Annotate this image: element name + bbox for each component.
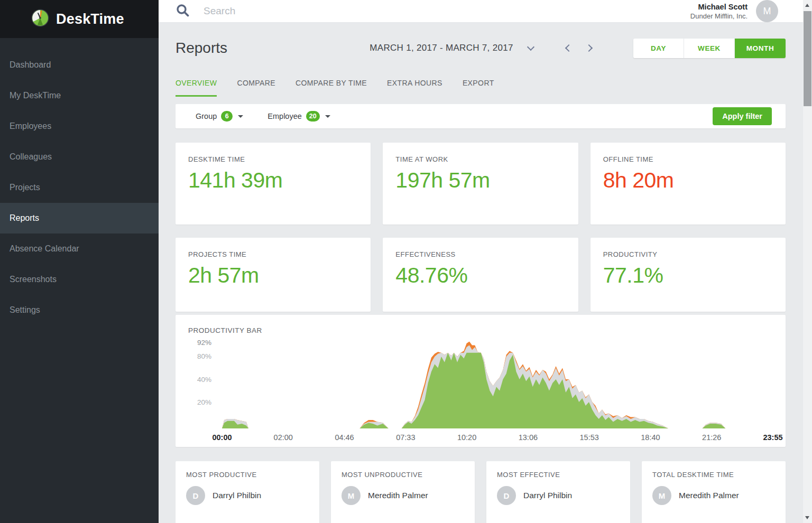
x-axis-tick: 07:33 [396, 433, 415, 442]
search-input[interactable] [204, 5, 415, 17]
stat-card-desktime-time: DESKTIME TIME 141h 39m [176, 143, 371, 225]
sidebar-item-screenshots[interactable]: Screenshots [0, 264, 159, 295]
next-period-arrow-icon[interactable] [585, 44, 593, 52]
stat-label: DESKTIME TIME [188, 155, 358, 163]
x-axis-tick: 15:53 [580, 433, 599, 442]
stat-label: EFFECTIVENESS [395, 250, 565, 258]
productivity-area-chart[interactable]: 92%80%40%20% [222, 339, 773, 428]
desktime-clock-icon [31, 8, 50, 30]
stat-card-offline-time: OFFLINE TIME 8h 20m [590, 143, 786, 225]
y-axis-tick: 20% [197, 398, 211, 406]
highlight-label: TOTAL DESKTIME TIME [652, 471, 775, 479]
date-dropdown-chevron-icon[interactable] [527, 43, 534, 50]
person-name: Meredith Palmer [368, 491, 428, 500]
highlight-person[interactable]: D Darryl Philbin [186, 486, 309, 505]
apply-filter-button[interactable]: Apply filter [713, 107, 772, 125]
person-name: Darryl Philbin [523, 491, 572, 500]
sidebar-item-employees[interactable]: Employees [0, 111, 159, 142]
tab-compare-by-time[interactable]: COMPARE BY TIME [296, 79, 367, 97]
highlight-person[interactable]: M Meredith Palmer [652, 486, 775, 505]
group-caret-icon [238, 115, 243, 118]
day-view-button[interactable]: DAY [633, 39, 684, 58]
x-axis-tick: 02:00 [274, 433, 293, 442]
stat-label: PROJECTS TIME [188, 250, 358, 258]
total-desktime-time-card: TOTAL DESKTIME TIME M Meredith Palmer [642, 461, 786, 523]
desktime-app: DeskTime Dashboard My DeskTime Employees… [0, 0, 812, 523]
tab-compare[interactable]: COMPARE [237, 79, 275, 97]
topbar: Michael Scott Dunder Mifflin, Inc. M [159, 0, 812, 23]
date-range[interactable]: MARCH 1, 2017 - MARCH 7, 2017 [370, 43, 513, 53]
employee-filter-dropdown[interactable]: Employee 20 [267, 111, 330, 122]
filter-bar: Group 6 Employee 20 Apply filter [176, 104, 786, 128]
sidebar-item-settings[interactable]: Settings [0, 295, 159, 325]
week-view-button[interactable]: WEEK [684, 39, 735, 58]
x-axis-tick: 00:00 [212, 433, 232, 442]
x-axis-tick: 21:26 [702, 433, 721, 442]
person-avatar: M [652, 486, 671, 505]
highlight-cards: MOST PRODUCTIVE D Darryl Philbin MOST UN… [176, 461, 786, 523]
stats-row-2: PROJECTS TIME 2h 57m EFFECTIVENESS 48.76… [176, 238, 786, 312]
month-view-button[interactable]: MONTH [735, 39, 786, 58]
stat-value: 48.76% [395, 263, 565, 288]
stat-value: 197h 57m [395, 168, 565, 193]
person-avatar: D [186, 486, 205, 505]
employee-filter-label: Employee [267, 112, 301, 120]
brand-name: DeskTime [56, 11, 124, 27]
vertical-scrollbar[interactable] [803, 0, 812, 523]
stat-card-time-at-work: TIME AT WORK 197h 57m [383, 143, 578, 225]
report-header: Reports MARCH 1, 2017 - MARCH 7, 2017 DA… [176, 36, 786, 60]
x-axis-tick: 23:55 [763, 433, 782, 442]
stat-value: 2h 57m [188, 263, 358, 288]
group-filter-dropdown[interactable]: Group 6 [196, 111, 243, 122]
chart-x-axis: 00:0002:0004:4607:3310:2013:0615:5318:40… [222, 431, 773, 446]
productivity-bar-card: PRODUCTIVITY BAR 92%80%40%20% 00:0002:00… [176, 315, 786, 447]
person-name: Darryl Philbin [213, 491, 261, 500]
user-name: Michael Scott [690, 3, 748, 11]
group-count-badge: 6 [221, 111, 233, 122]
stat-card-projects-time: PROJECTS TIME 2h 57m [176, 238, 371, 312]
tab-export[interactable]: EXPORT [463, 79, 494, 97]
most-unproductive-card: MOST UNPRODUCTIVE M Meredith Palmer [331, 461, 475, 523]
stat-value: 8h 20m [603, 168, 773, 193]
stat-card-productivity: PRODUCTIVITY 77.1% [590, 238, 786, 312]
scrollbar-thumb[interactable] [804, 11, 811, 106]
chart-title: PRODUCTIVITY BAR [188, 326, 773, 334]
most-effective-card: MOST EFFECTIVE D Darryl Philbin [486, 461, 630, 523]
stats-row-1: DESKTIME TIME 141h 39m TIME AT WORK 197h… [176, 143, 786, 225]
period-switcher: DAY WEEK MONTH [633, 39, 786, 58]
prev-period-arrow-icon[interactable] [565, 44, 573, 52]
person-avatar: M [342, 486, 361, 505]
group-filter-label: Group [196, 112, 217, 120]
chart-y-axis: 92%80%40%20% [189, 339, 215, 428]
stat-value: 77.1% [603, 263, 773, 288]
sidebar-nav: Dashboard My DeskTime Employees Colleagu… [0, 38, 159, 325]
sidebar-item-my-desktime[interactable]: My DeskTime [0, 80, 159, 111]
sidebar-item-colleagues[interactable]: Colleagues [0, 142, 159, 172]
tab-overview[interactable]: OVERVIEW [176, 79, 217, 97]
sidebar-item-absence-calendar[interactable]: Absence Calendar [0, 234, 159, 264]
sidebar-item-reports[interactable]: Reports [0, 203, 159, 234]
stat-value: 141h 39m [188, 168, 358, 193]
highlight-person[interactable]: D Darryl Philbin [497, 486, 620, 505]
person-name: Meredith Palmer [679, 491, 739, 500]
highlight-label: MOST EFFECTIVE [497, 471, 620, 479]
stat-label: OFFLINE TIME [603, 155, 773, 163]
scroll-up-arrow-icon[interactable] [805, 4, 809, 7]
user-company: Dunder Mifflin, Inc. [690, 12, 748, 20]
sidebar-item-dashboard[interactable]: Dashboard [0, 50, 159, 80]
user-menu[interactable]: Michael Scott Dunder Mifflin, Inc. M [690, 0, 778, 22]
user-avatar[interactable]: M [756, 0, 778, 22]
scroll-down-arrow-icon[interactable] [805, 516, 809, 519]
sidebar-item-projects[interactable]: Projects [0, 172, 159, 203]
highlight-label: MOST UNPRODUCTIVE [342, 471, 464, 479]
y-axis-tick: 40% [197, 376, 211, 384]
tab-extra-hours[interactable]: EXTRA HOURS [387, 79, 442, 97]
search-icon[interactable] [176, 3, 190, 20]
stat-label: PRODUCTIVITY [603, 250, 773, 258]
highlight-person[interactable]: M Meredith Palmer [342, 486, 464, 505]
y-axis-tick: 80% [197, 352, 211, 360]
highlight-label: MOST PRODUCTIVE [186, 471, 309, 479]
x-axis-tick: 10:20 [457, 433, 476, 442]
chart-plot [222, 339, 773, 428]
logo[interactable]: DeskTime [0, 0, 159, 38]
